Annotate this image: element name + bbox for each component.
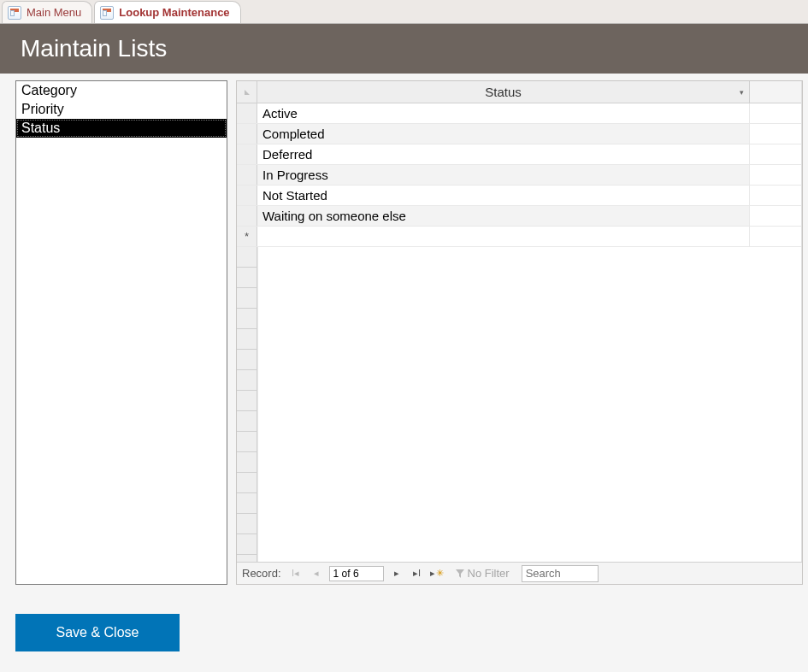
row-selector[interactable] (237, 124, 257, 144)
grid-body: Active Completed Deferred In Progress No… (237, 103, 801, 562)
nav-prev-button[interactable]: ◂ (309, 566, 324, 581)
record-position-input[interactable] (329, 566, 384, 581)
row-selector[interactable] (237, 103, 257, 123)
cell-status[interactable]: Waiting on someone else (257, 206, 750, 226)
grid-row: Deferred (237, 144, 801, 165)
save-button-label: Save & Close (56, 625, 139, 640)
sidebar-item-priority[interactable]: Priority (16, 100, 227, 119)
empty-row-selectors (237, 247, 257, 562)
cell-status[interactable]: In Progress (257, 165, 750, 185)
record-navigation-bar: Record: I◂ ◂ ▸ ▸I ▸✳ No Filter (237, 562, 802, 584)
content-area: Category Priority Status Status ▾ (0, 74, 808, 585)
sidebar-item-category[interactable]: Category (16, 81, 227, 100)
cell-status[interactable]: Deferred (257, 144, 750, 164)
datasheet-grid: Status ▾ Active Completed Deferred (237, 81, 802, 562)
cell-status[interactable]: Active (257, 103, 750, 123)
cell-status-new[interactable] (257, 227, 750, 246)
grid-row-new: * (237, 227, 801, 247)
grid-row: Active (237, 103, 801, 124)
form-icon (100, 6, 114, 20)
sidebar-item-status[interactable]: Status (16, 119, 227, 138)
grid-header-row: Status ▾ (237, 81, 801, 103)
filter-label: No Filter (468, 567, 510, 580)
column-dropdown-icon[interactable]: ▾ (740, 88, 744, 97)
form-icon (8, 6, 21, 20)
corner-icon (245, 90, 250, 95)
sidebar-item-label: Status (21, 121, 60, 135)
row-selector[interactable] (237, 206, 257, 226)
page-title: Maintain Lists (21, 35, 167, 62)
column-header-label: Status (485, 85, 522, 99)
cell-status[interactable]: Completed (257, 124, 750, 144)
datasheet-panel: Status ▾ Active Completed Deferred (236, 80, 803, 585)
tab-main-menu[interactable]: Main Menu (2, 1, 92, 23)
row-selector[interactable] (237, 144, 257, 164)
new-record-star-icon: * (245, 230, 249, 243)
grid-row: Completed (237, 124, 801, 144)
empty-rows (237, 247, 801, 562)
grid-row: In Progress (237, 165, 801, 186)
tab-bar: Main Menu Lookup Maintenance (0, 0, 808, 24)
cell-status[interactable]: Not Started (257, 186, 750, 205)
record-label: Record: (242, 567, 281, 580)
sidebar-item-label: Category (21, 83, 77, 97)
row-selector[interactable] (237, 165, 257, 185)
search-input[interactable] (522, 565, 599, 582)
grid-row: Not Started (237, 186, 801, 206)
category-list[interactable]: Category Priority Status (15, 80, 227, 585)
grid-row: Waiting on someone else (237, 206, 801, 227)
new-record-selector[interactable]: * (237, 227, 257, 246)
filter-toggle[interactable]: No Filter (456, 567, 510, 580)
funnel-icon (456, 569, 464, 578)
new-record-sun-icon: ✳ (436, 568, 444, 579)
column-header-status[interactable]: Status ▾ (257, 81, 750, 103)
sidebar-item-label: Priority (21, 102, 64, 116)
page-title-bar: Maintain Lists (0, 24, 808, 74)
row-selector[interactable] (237, 186, 257, 205)
empty-cells (257, 247, 258, 562)
tab-lookup-maintenance[interactable]: Lookup Maintenance (94, 1, 240, 23)
tab-label: Lookup Maintenance (119, 6, 229, 19)
tab-label: Main Menu (27, 6, 81, 19)
nav-new-record-button[interactable]: ▸✳ (430, 568, 444, 579)
save-and-close-button[interactable]: Save & Close (15, 614, 180, 651)
select-all-corner[interactable] (237, 81, 257, 103)
nav-first-button[interactable]: I◂ (288, 566, 304, 581)
nav-next-button[interactable]: ▸ (389, 566, 404, 581)
nav-last-button[interactable]: ▸I (410, 566, 425, 581)
